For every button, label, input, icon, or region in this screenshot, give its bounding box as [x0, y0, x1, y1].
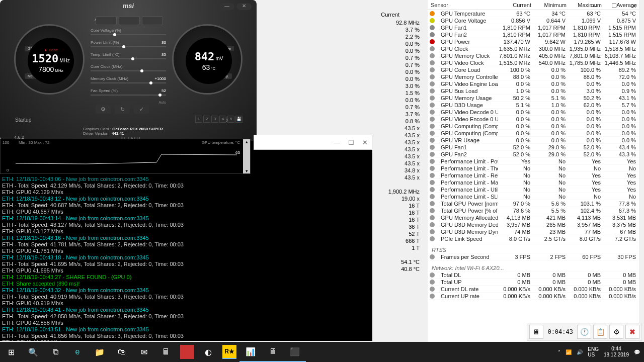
table-row[interactable]: GPU Video Decode 0 Usage0.0 %0.0 %0.0 %0… [428, 109, 639, 116]
temperature-graph[interactable]: 100 0 Min : 30 Max : 72 GPU temperature,… [0, 139, 251, 174]
table-row[interactable]: GPU VR Usage0.0 %0.0 %0.0 %0.0 % [428, 137, 639, 144]
table-row[interactable]: Performance Limit - Max Op...NoNoYesYes [428, 179, 639, 186]
settings-icon[interactable]: ⚙ [609, 325, 623, 339]
tray-volume-icon[interactable]: 🔊 [577, 349, 583, 355]
table-row[interactable]: GPU Fan152.0 %29.0 %52.0 %43.4 % [428, 144, 639, 151]
profile-1[interactable]: 1 [195, 116, 202, 123]
search-button[interactable]: 🔍 [22, 342, 44, 362]
msi-k-button[interactable] [96, 16, 117, 25]
tray-lang[interactable]: ENGUS [588, 346, 599, 357]
table-row[interactable]: PCIe Link Speed8.0 GT/s2.5 GT/s8.0 GT/s7… [428, 235, 639, 242]
console-line: ETH: GPU0 40.687 Mh/s [2, 209, 370, 215]
table-row[interactable]: GPU Clock1,635.0 MHz300.0 MHz1,935.0 MHz… [428, 45, 639, 52]
table-row[interactable]: GPU Video Clock1,515.0 MHz540.0 MHz1,785… [428, 59, 639, 66]
col-min[interactable]: Minimum [533, 1, 569, 9]
table-row[interactable]: GPU Computing (Compute_1...0.0 %0.0 %0.0… [428, 130, 639, 137]
explorer-icon[interactable]: 📁 [89, 342, 111, 362]
task-view-button[interactable]: ⧉ [44, 342, 66, 362]
table-row[interactable]: GPU Computing (Compute_0...0.0 %0.0 %0.0… [428, 123, 639, 130]
col-current[interactable]: Current [498, 1, 533, 9]
table-row[interactable]: Performance Limit - Reliabili...NoNoYesY… [428, 172, 639, 179]
rockstar-icon[interactable]: R★ [222, 345, 236, 359]
tray-network-icon[interactable]: 📶 [566, 349, 572, 355]
tray-notifications-icon[interactable]: 💬 [634, 349, 640, 355]
profile-2[interactable]: 2 [203, 116, 210, 123]
slider-4[interactable]: Memory Clock (MHz)+1000 [91, 76, 166, 83]
table-row[interactable]: Performance Limit - ThermalNoNoNoNo [428, 165, 639, 172]
table-row[interactable]: Total UP0 MB0 MB0 MB0 MB [428, 279, 639, 286]
window-controls: — ☐ ✕ [584, 0, 644, 12]
table-row[interactable]: GPU D3D Usage5.1 %1.0 %62.0 %5.7 % [428, 102, 639, 109]
msi-info-button[interactable] [142, 16, 163, 25]
app-red-icon[interactable] [180, 345, 194, 359]
app-dark-icon[interactable]: ◐ [197, 342, 219, 362]
table-row[interactable]: Total GPU Power [normalize...97.0 %5.6 %… [428, 200, 639, 207]
table-row[interactable]: GPU D3D Memory Dynamic74 MB23 MB77 MB67 … [428, 228, 639, 235]
log-icon[interactable]: 📋 [593, 325, 607, 339]
console-minimize[interactable]: — [334, 139, 340, 146]
col-sensor[interactable]: Sensor [428, 1, 498, 9]
table-row[interactable]: Current DL rate0.000 KB/s0.000 KB/s0.000… [428, 286, 639, 293]
slider-0[interactable]: Core Voltage (%) [91, 28, 166, 35]
console-line: ETH - Total Speed: 42.858 Mh/s, Total Sh… [2, 313, 370, 320]
table-row[interactable]: GPU Video Engine Load0.0 %0.0 %0.0 %0.0 … [428, 80, 639, 87]
table-row[interactable]: GPU Fan252.0 %29.0 %52.0 %43.3 % [428, 151, 639, 158]
table-row[interactable]: GPU Memory Allocated4,113 MB421 MB4,113 … [428, 214, 639, 221]
clock-icon[interactable]: 🕐 [577, 325, 591, 339]
table-row[interactable]: GPU Bus Load1.0 %0.0 %3.0 %0.9 % [428, 87, 639, 95]
table-row[interactable]: Total DL0 MB0 MB0 MB0 MB [428, 272, 639, 279]
msi-oc-button[interactable] [119, 16, 140, 25]
maximize-button[interactable]: ☐ [604, 0, 624, 12]
msi-close[interactable]: ✕ [236, 3, 252, 10]
slider-5[interactable]: Fan Speed (%)52 [91, 88, 166, 96]
minimize-button[interactable]: — [584, 0, 604, 12]
mail-icon[interactable]: ✉ [133, 342, 155, 362]
table-row[interactable]: Current UP rate0.000 KB/s0.000 KB/s0.000… [428, 293, 639, 300]
table-row[interactable]: RTSS [428, 246, 639, 253]
table-row[interactable]: GPU Memory Usage50.2 %5.1 %50.2 %43.1 % [428, 95, 639, 102]
table-row[interactable]: Total GPU Power [% of TDP]78.6 %5.5 %102… [428, 207, 639, 214]
slider-3[interactable]: Core Clock (MHz) [91, 64, 166, 71]
apply-button[interactable]: ✓ [134, 105, 149, 114]
profile-4[interactable]: 4 [219, 116, 226, 123]
table-row[interactable]: Performance Limit - UtilizationNoNoYesYe… [428, 186, 639, 193]
close-button[interactable]: ✕ [624, 0, 644, 12]
table-row[interactable]: Performance Limit - PowerYesNoYesYes [428, 158, 639, 165]
table-row[interactable]: Network: Intel Wi-Fi 6 AX20... [428, 264, 639, 272]
table-row[interactable]: GPU D3D Memory Dedicated3,957 MB265 MB3,… [428, 221, 639, 228]
console-maximize[interactable]: ☐ [348, 139, 354, 146]
profile-save[interactable]: 💾 [235, 116, 243, 123]
start-button[interactable]: ⊞ [0, 342, 22, 362]
table-row[interactable]: GPU Core Load100.0 %0.0 %100.0 %89.2 % [428, 66, 639, 73]
table-row[interactable]: Performance Limit - SLI GPU...NoNoNoNo [428, 193, 639, 200]
console-icon[interactable]: ⬛ [284, 342, 306, 362]
profile-3[interactable]: 3 [211, 116, 218, 123]
calculator-icon[interactable]: 🖩 [155, 342, 177, 362]
profile-5[interactable]: 5 [227, 116, 234, 123]
table-row[interactable]: Frames per Second3 FPS2 FPS60 FPS30 FPS [428, 253, 639, 260]
console-line: ETH: GPU0 42.129 Mh/s [2, 189, 370, 196]
hwinfo-icon[interactable]: 🖥 [262, 342, 284, 362]
reset-button[interactable]: ↻ [115, 105, 130, 114]
slider-1[interactable]: Power Limit (%)80 [91, 40, 166, 47]
table-row[interactable]: GPU Video Encode 0 Usage0.0 %0.0 %0.0 %0… [428, 116, 639, 123]
store-icon[interactable]: 🛍 [111, 342, 133, 362]
table-row[interactable]: GPU Memory Clock7,801.0 MHz405.0 MHz7,80… [428, 52, 639, 59]
table-row[interactable]: GPU Memory Controller Load88.0 %0.0 %88.… [428, 73, 639, 80]
reset-icon[interactable]: ✖ [625, 325, 639, 339]
tray-chevron-icon[interactable]: ˄ [558, 349, 560, 355]
graph-scrollbar[interactable]: ▴ ▾ [243, 139, 250, 173]
msi-minimize[interactable]: — [219, 3, 234, 10]
console-close[interactable]: ✕ [362, 139, 368, 146]
edge-icon[interactable]: e [66, 342, 89, 362]
slider-2[interactable]: Temp. Limit (°C)85 [91, 52, 166, 59]
table-row[interactable]: GPU Power137.470 W9.642 W179.265 W117.67… [428, 38, 639, 45]
table-row[interactable]: GPU Fan11,810 RPM1,017 RPM1,810 RPM1,515… [428, 24, 639, 31]
startup-label[interactable]: Startup [15, 117, 31, 123]
sensors-icon[interactable]: 🖥 [529, 325, 543, 339]
table-row[interactable]: GPU Fan21,810 RPM1,017 RPM1,810 RPM1,515… [428, 31, 639, 38]
settings-button[interactable]: ⚙ [96, 105, 111, 114]
table-row[interactable]: GPU Core Voltage0.856 V0.644 V1.069 V0.8… [428, 17, 639, 24]
msi-ab-icon[interactable]: 📊 [239, 342, 262, 362]
tray-clock[interactable]: 0:4418.12.2019 [604, 346, 629, 358]
